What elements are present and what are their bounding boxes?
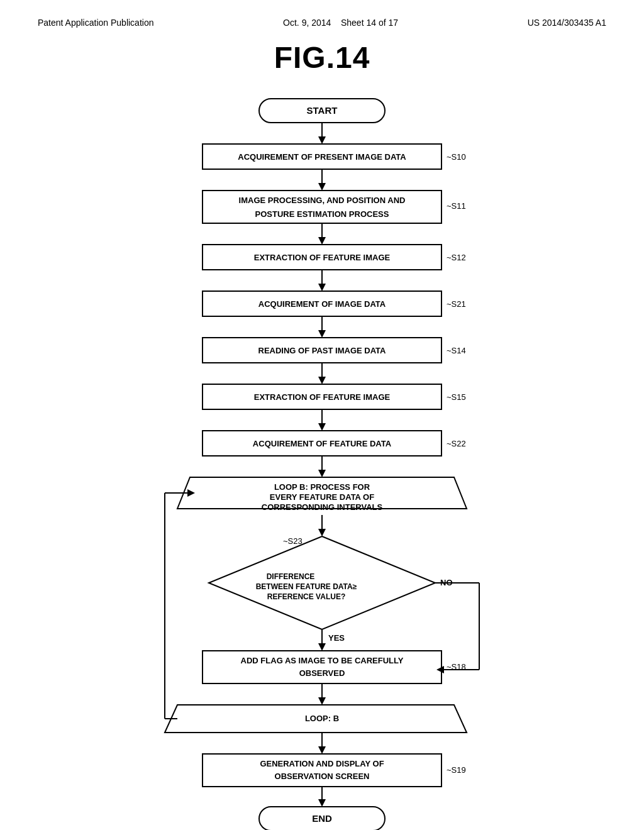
loopb-end-label: LOOP: B [305, 714, 339, 723]
s14-label: READING OF PAST IMAGE DATA [258, 346, 387, 355]
s18-label-1: ADD FLAG AS IMAGE TO BE CAREFULLY [241, 656, 404, 665]
s22-step: ~S22 [447, 439, 466, 448]
header-date: Oct. 9, 2014 [283, 18, 331, 28]
svg-marker-2 [318, 136, 326, 144]
s23-text-3: REFERENCE VALUE? [267, 592, 345, 601]
s19-step: ~S19 [447, 765, 466, 775]
s10-label: ACQUIREMENT OF PRESENT IMAGE DATA [238, 152, 406, 162]
svg-marker-8 [318, 237, 326, 245]
s11-label-2: POSTURE ESTIMATION PROCESS [255, 209, 389, 219]
svg-marker-40 [318, 746, 326, 754]
diagram-area: FIG.14 START ACQUIREMENT OF PRESENT IMAG… [0, 34, 644, 772]
s12-label: EXTRACTION OF FEATURE IMAGE [254, 253, 391, 262]
svg-marker-23 [318, 470, 326, 477]
figure-title: FIG.14 [274, 40, 370, 75]
loopb-start-3: CORRESPONDING INTERVALS [262, 502, 383, 512]
loopb-start-2: EVERY FEATURE DATA OF [270, 492, 374, 502]
s22-label: ACQUIREMENT OF FEATURE DATA [253, 439, 392, 448]
svg-marker-5 [318, 183, 326, 191]
header-right: US 2014/303435 A1 [528, 18, 606, 28]
page-header: Patent Application Publication Oct. 9, 2… [0, 0, 644, 34]
s15-label: EXTRACTION OF FEATURE IMAGE [254, 392, 391, 402]
s18-label-2: OBSERVED [299, 668, 345, 678]
start-label: START [307, 105, 338, 116]
s21-step: ~S21 [447, 299, 466, 309]
svg-marker-14 [318, 330, 326, 338]
s23-text-1: DIFFERENCE [267, 572, 315, 581]
s10-step: ~S10 [447, 152, 466, 162]
svg-marker-17 [318, 377, 326, 384]
end-label: END [312, 813, 332, 824]
svg-marker-20 [318, 423, 326, 431]
s15-step: ~S15 [447, 392, 466, 402]
s19-label-1: GENERATION AND DISPLAY OF [260, 759, 384, 768]
svg-marker-25 [318, 529, 326, 536]
loopb-start-1: LOOP B: PROCESS FOR [274, 482, 370, 492]
svg-marker-11 [318, 284, 326, 291]
header-left: Patent Application Publication [38, 18, 153, 28]
s11-label-1: IMAGE PROCESSING, AND POSITION AND [239, 196, 406, 205]
header-sheet: Sheet 14 of 17 [341, 18, 398, 28]
s19-label-2: OBSERVATION SCREEN [275, 772, 370, 781]
flowchart-svg: START ACQUIREMENT OF PRESENT IMAGE DATA … [146, 92, 498, 772]
header-center: Oct. 9, 2014 Sheet 14 of 17 [283, 18, 398, 28]
s11-step: ~S11 [447, 201, 466, 211]
svg-marker-27 [318, 643, 326, 651]
s23-step: ~S23 [283, 536, 303, 546]
svg-marker-43 [318, 799, 326, 807]
s21-label: ACQUIREMENT OF IMAGE DATA [258, 299, 386, 309]
s14-step: ~S14 [447, 346, 466, 355]
yes-label: YES [328, 633, 345, 643]
s23-text-2: BETWEEN FEATURE DATA≥ [256, 582, 357, 591]
s12-step: ~S12 [447, 253, 466, 262]
svg-marker-34 [318, 697, 326, 705]
